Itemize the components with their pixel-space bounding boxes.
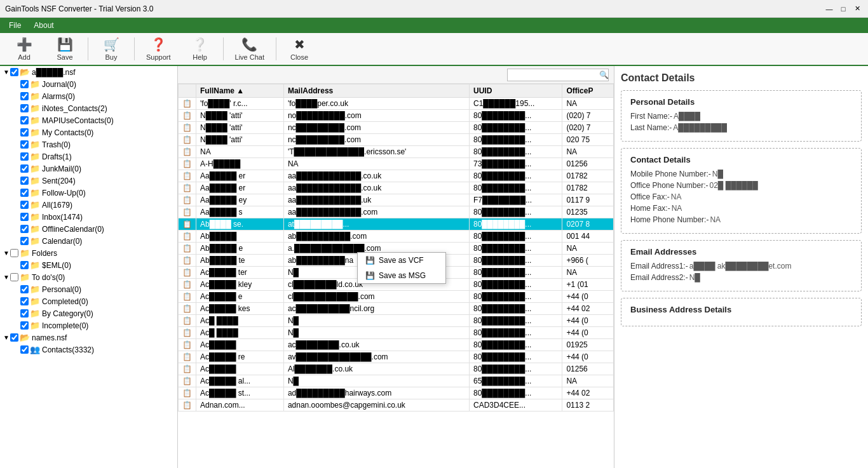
- close-button[interactable]: ✖ Close: [280, 34, 318, 64]
- table-row[interactable]: 📋 'fo████' r.c... 'fo████per.co.uk C1███…: [179, 98, 614, 110]
- menu-about[interactable]: About: [27, 20, 60, 31]
- tree-item-todos[interactable]: ▼📁To do's(0): [0, 271, 177, 283]
- context-menu-label-save-msg: Save as MSG: [379, 271, 426, 280]
- table-row[interactable]: 📋 Ac█ ████ N█ 80████████... +44 (0: [179, 315, 614, 327]
- tree-item-nsf2[interactable]: ▼📂names.nsf: [0, 331, 177, 344]
- table-row[interactable]: 📋 Ab████ se. at█████████... 80████████..…: [179, 218, 614, 231]
- tree-item-completed[interactable]: 📁Completed(0): [0, 295, 177, 307]
- context-menu-item-save-msg[interactable]: 💾Save as MSG: [358, 268, 445, 283]
- data-table-wrapper: FullName ▲ MailAddress UUID OfficeP 📋 'f…: [178, 84, 614, 468]
- tree-toggle[interactable]: ▼: [3, 334, 10, 341]
- table-row[interactable]: 📋 Ac█████ ac████████.co.uk 80████████...…: [179, 339, 614, 351]
- tree-checkbox-trash[interactable]: [20, 140, 29, 149]
- col-fullname[interactable]: FullName ▲: [196, 84, 284, 98]
- tree-item-alarms[interactable]: 📁Alarms(0): [0, 90, 177, 102]
- tree-checkbox-all[interactable]: [20, 201, 29, 209]
- table-row[interactable]: 📋 Aa█████ er aa████████████.co.uk 80████…: [179, 170, 614, 182]
- save-button[interactable]: 💾 Save: [46, 34, 84, 64]
- table-row[interactable]: 📋 Ac█████ e cl████████████.com 80███████…: [179, 291, 614, 303]
- tree-item-inotes[interactable]: 📁iNotes_Contacts(2): [0, 102, 177, 114]
- tree-checkbox-nsf2[interactable]: [10, 333, 18, 342]
- tree-toggle[interactable]: ▼: [3, 69, 10, 76]
- tree-checkbox-contacts[interactable]: [20, 345, 29, 354]
- tree-checkbox-inbox[interactable]: [20, 213, 29, 221]
- maximize-button[interactable]: □: [837, 3, 849, 15]
- table-row[interactable]: 📋 N████ 'atti' nc█████████.com 80███████…: [179, 134, 614, 146]
- menu-file[interactable]: File: [3, 20, 27, 31]
- row-icon: 📋: [182, 280, 192, 289]
- tree-item-calendar[interactable]: 📁Calendar(0): [0, 235, 177, 247]
- save-icon: 💾: [57, 37, 73, 52]
- search-input[interactable]: [510, 70, 599, 79]
- tree-item-followup[interactable]: 📁Follow-Up(0): [0, 187, 177, 199]
- table-row[interactable]: 📋 NA 'T█████████████.ericsson.se' 80████…: [179, 146, 614, 158]
- col-uuid[interactable]: UUID: [469, 84, 562, 98]
- tree-checkbox-followup[interactable]: [20, 189, 29, 197]
- tree-checkbox-mapi[interactable]: [20, 116, 29, 124]
- table-row[interactable]: 📋 Ac█ ████ N█ 80████████... +44 (0: [179, 327, 614, 339]
- tree-checkbox-junkmail[interactable]: [20, 164, 29, 173]
- tree-checkbox-todos[interactable]: [10, 273, 18, 281]
- table-row[interactable]: 📋 Ac█████ re av██████████████.com 80████…: [179, 351, 614, 363]
- tree-toggle[interactable]: ▼: [3, 250, 10, 257]
- tree-checkbox-incomplete[interactable]: [20, 321, 29, 330]
- tree-item-offline[interactable]: 📁OfflineCalendar(0): [0, 223, 177, 235]
- table-row[interactable]: 📋 Ac█████ st... ad█████████hairways.com …: [179, 387, 614, 399]
- close-window-button[interactable]: ✕: [851, 3, 863, 15]
- tree-item-mycontacts[interactable]: 📁My Contacts(0): [0, 126, 177, 138]
- tree-checkbox-sent[interactable]: [20, 177, 29, 185]
- tree-item-mapi[interactable]: 📁MAPIUseContacts(0): [0, 114, 177, 126]
- search-wrapper[interactable]: 🔍: [507, 69, 609, 81]
- tree-checkbox-journal[interactable]: [20, 80, 29, 88]
- table-row[interactable]: 📋 Ac█████ kes ac██████████ncil.org 80███…: [179, 303, 614, 315]
- tree-item-trash[interactable]: 📁Trash(0): [0, 138, 177, 150]
- tree-item-folders[interactable]: ▼📁Folders: [0, 247, 177, 259]
- tree-label-inotes: iNotes_Contacts(2): [42, 104, 107, 113]
- livechat-button[interactable]: 📞 Live Chat: [227, 34, 272, 64]
- table-row[interactable]: 📋 Ac█████ Al███████.co.uk 80████████... …: [179, 363, 614, 375]
- tree-toggle[interactable]: ▼: [3, 274, 10, 281]
- tree-checkbox-alarms[interactable]: [20, 92, 29, 100]
- tree-item-inbox[interactable]: 📁Inbox(1474): [0, 211, 177, 223]
- tree-item-contacts[interactable]: 👥Contacts(3332): [0, 344, 177, 356]
- table-row[interactable]: 📋 Adnan.com... adnan.ooombes@capgemini.c…: [179, 399, 614, 411]
- tree-item-junkmail[interactable]: 📁JunkMail(0): [0, 163, 177, 175]
- table-row[interactable]: 📋 Ac█████ al... N█ 65████████... NA: [179, 375, 614, 387]
- tree-checkbox-offline[interactable]: [20, 225, 29, 233]
- tree-item-nsf1[interactable]: ▼📂a█████.nsf: [0, 66, 177, 78]
- tree-checkbox-mycontacts[interactable]: [20, 128, 29, 137]
- table-row[interactable]: 📋 N████ 'atti' nc█████████.com 80███████…: [179, 122, 614, 134]
- tree-item-journal[interactable]: 📁Journal(0): [0, 78, 177, 90]
- support-button[interactable]: ❓ Support: [139, 34, 179, 64]
- tree-checkbox-eml[interactable]: [20, 261, 29, 269]
- tree-checkbox-nsf1[interactable]: [10, 68, 18, 76]
- table-row[interactable]: 📋 Ab█████ ab██████████.com 80████████...…: [179, 231, 614, 243]
- tree-item-incomplete[interactable]: 📁Incomplete(0): [0, 319, 177, 331]
- table-row[interactable]: 📋 A-H█████ NA 73████████... 01256: [179, 158, 614, 170]
- tree-checkbox-drafts[interactable]: [20, 152, 29, 161]
- tree-icon-contacts: 👥: [30, 345, 40, 354]
- buy-button[interactable]: 🛒 Buy: [92, 34, 130, 64]
- tree-item-eml[interactable]: 📁$EML(0): [0, 259, 177, 271]
- help-button[interactable]: ❔ Help: [181, 34, 219, 64]
- table-row[interactable]: 📋 Aa█████ ey aa████████████.uk F7███████…: [179, 194, 614, 206]
- tree-item-drafts[interactable]: 📁Drafts(1): [0, 150, 177, 163]
- tree-checkbox-personal[interactable]: [20, 285, 29, 293]
- tree-checkbox-completed[interactable]: [20, 297, 29, 305]
- tree-checkbox-inotes[interactable]: [20, 104, 29, 112]
- table-row[interactable]: 📋 Aa█████ er aa████████████.co.uk 80████…: [179, 182, 614, 194]
- context-menu-item-save-vcf[interactable]: 💾Save as VCF: [358, 253, 445, 268]
- add-button[interactable]: ➕ Add: [5, 34, 43, 64]
- tree-checkbox-bycategory[interactable]: [20, 309, 29, 318]
- tree-item-personal[interactable]: 📁Personal(0): [0, 283, 177, 295]
- tree-item-bycategory[interactable]: 📁By Category(0): [0, 307, 177, 319]
- col-mailaddress[interactable]: MailAddress: [283, 84, 469, 98]
- table-row[interactable]: 📋 Aa█████ s aa████████████.com 80███████…: [179, 206, 614, 218]
- col-officep[interactable]: OfficeP: [562, 84, 614, 98]
- tree-item-sent[interactable]: 📁Sent(204): [0, 175, 177, 187]
- tree-checkbox-calendar[interactable]: [20, 237, 29, 245]
- table-row[interactable]: 📋 N████ 'atti' no█████████.com 80███████…: [179, 110, 614, 122]
- minimize-button[interactable]: —: [824, 3, 835, 15]
- tree-checkbox-folders[interactable]: [10, 249, 18, 257]
- tree-item-all[interactable]: 📁All(1679): [0, 199, 177, 211]
